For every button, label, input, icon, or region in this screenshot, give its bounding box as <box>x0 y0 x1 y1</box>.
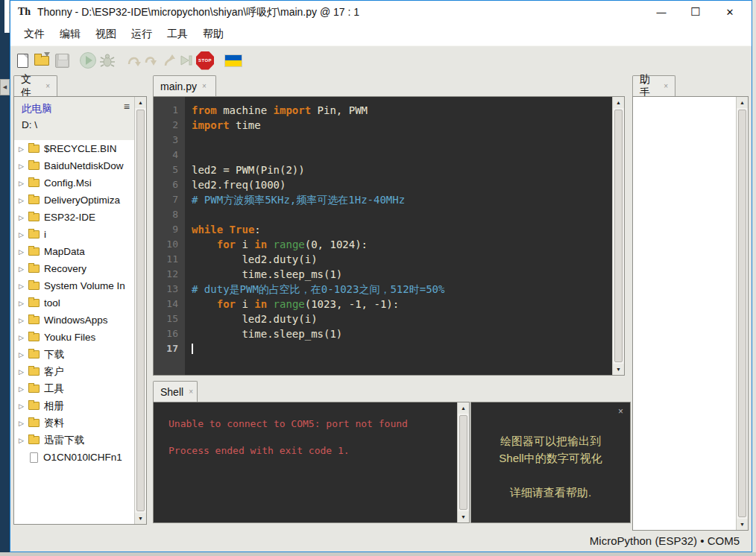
save-file-button[interactable] <box>53 51 71 69</box>
tree-item[interactable]: ▷WindowsApps <box>14 312 134 329</box>
expander-icon[interactable]: ▷ <box>19 231 28 238</box>
step-out-button[interactable] <box>160 51 178 69</box>
files-scrollbar[interactable]: ▲ ▼ <box>134 97 146 524</box>
code-line[interactable]: 1from machine import Pin, PWM <box>154 103 612 118</box>
code-line[interactable]: 11 led2.duty(i) <box>154 252 612 267</box>
open-file-button[interactable] <box>33 51 51 69</box>
expander-icon[interactable]: ▷ <box>19 197 28 204</box>
code-editor[interactable]: 1from machine import Pin, PWM2import tim… <box>154 97 612 375</box>
status-backend[interactable]: MicroPython (ESP32) • COM5 <box>590 531 740 551</box>
maximize-button[interactable]: ☐ <box>678 1 713 23</box>
tree-item[interactable]: ▷Youku Files <box>14 329 134 346</box>
code-line[interactable]: 14 for i in range(1023, -1, -1): <box>154 297 612 312</box>
minimize-button[interactable]: — <box>644 1 678 23</box>
tab-assistant[interactable]: 助手 × <box>632 75 675 96</box>
tab-files[interactable]: 文件 × <box>13 75 57 96</box>
code-line[interactable]: 16 time.sleep_ms(1) <box>154 326 612 341</box>
tab-close-icon[interactable]: × <box>664 82 668 90</box>
tree-item[interactable]: ▷Recovery <box>14 260 134 277</box>
editor-scrollbar[interactable]: ▲ ▼ <box>612 97 624 375</box>
code-line[interactable]: 2import time <box>154 118 612 133</box>
scrollbar-thumb[interactable] <box>136 110 145 511</box>
tree-item[interactable]: ▷i <box>14 226 134 243</box>
tree-item[interactable]: ▷客户 <box>14 363 134 380</box>
expander-icon[interactable]: ▷ <box>19 334 28 341</box>
run-script-button[interactable] <box>79 51 97 69</box>
scroll-up-icon[interactable]: ▲ <box>135 97 146 108</box>
shell-output[interactable]: Unable to connect to COM5: port not foun… <box>154 402 457 522</box>
scroll-down-icon[interactable]: ▼ <box>613 364 624 375</box>
code-line[interactable]: 9while True: <box>154 222 612 237</box>
tree-item[interactable]: ▷tool <box>14 294 134 312</box>
tree-item[interactable]: ▷Config.Msi <box>14 174 134 192</box>
code-line[interactable]: 5led2 = PWM(Pin(2)) <box>154 162 612 177</box>
scroll-down-icon[interactable]: ▼ <box>135 513 146 524</box>
menu-item-2[interactable]: 视图 <box>88 25 124 44</box>
expander-icon[interactable]: ▷ <box>19 162 28 170</box>
code-line[interactable]: 7# PWM方波频率5KHz,频率可选在1Hz-40MHz <box>154 192 612 207</box>
tree-item[interactable]: ▷工具 <box>14 380 134 397</box>
code-line[interactable]: 15 led2.duty(i) <box>154 312 612 326</box>
tab-close-icon[interactable]: × <box>202 82 207 90</box>
scroll-down-icon[interactable]: ▼ <box>737 519 748 530</box>
menu-item-1[interactable]: 编辑 <box>52 25 88 44</box>
code-line[interactable]: 10 for i in range(0, 1024): <box>154 237 612 252</box>
expander-icon[interactable]: ▷ <box>19 180 28 187</box>
tree-item[interactable]: ▷MapData <box>14 243 134 260</box>
title-bar[interactable]: Th Thonny - D:\ESP32-IDE\micropychon\shi… <box>10 1 752 23</box>
code-line[interactable]: 4 <box>154 148 612 162</box>
code-line[interactable]: 13# duty是PWM的占空比，在0-1023之间，512时=50% <box>154 282 612 297</box>
expander-icon[interactable]: ▷ <box>19 351 28 358</box>
menu-item-3[interactable]: 运行 <box>124 25 160 44</box>
menu-item-5[interactable]: 帮助 <box>195 25 231 44</box>
tree-item[interactable]: ▷System Volume In <box>14 277 134 294</box>
menu-item-0[interactable]: 文件 <box>16 25 52 44</box>
this-computer-link[interactable]: 此电脑 <box>22 102 52 116</box>
step-into-button[interactable] <box>142 51 160 69</box>
stop-restart-button[interactable]: STOP <box>196 51 214 69</box>
scroll-up-icon[interactable]: ▲ <box>458 402 469 414</box>
new-file-button[interactable] <box>13 51 31 69</box>
expander-icon[interactable]: ▷ <box>19 248 28 256</box>
tree-item[interactable]: ▷资料 <box>14 414 134 432</box>
tab-shell[interactable]: Shell × <box>153 381 198 402</box>
tree-item[interactable]: ▷DeliveryOptimiza <box>14 192 134 209</box>
scroll-up-icon[interactable]: ▲ <box>613 97 624 108</box>
tree-item[interactable]: ▷BaiduNetdiskDow <box>14 157 134 174</box>
scroll-down-icon[interactable]: ▼ <box>458 511 469 522</box>
expander-icon[interactable]: ▷ <box>19 300 28 307</box>
scrollbar-thumb[interactable] <box>459 415 467 510</box>
shell-scrollbar[interactable]: ▲ ▼ <box>457 402 469 522</box>
step-over-button[interactable] <box>125 51 143 69</box>
scrollbar-thumb[interactable] <box>738 110 746 517</box>
tree-item[interactable]: ▷迅雷下载 <box>14 432 134 449</box>
resume-button[interactable] <box>177 51 195 69</box>
menu-item-4[interactable]: 工具 <box>160 25 195 44</box>
tree-item[interactable]: ▷相册 <box>14 397 134 414</box>
support-ukraine-button[interactable] <box>224 51 242 69</box>
assistant-scrollbar[interactable]: ▲ ▼ <box>736 97 748 530</box>
expander-icon[interactable]: ▷ <box>19 145 28 153</box>
tree-item[interactable]: ▷下载 <box>14 346 134 363</box>
code-line[interactable]: 8 <box>154 207 612 222</box>
expander-icon[interactable]: ▷ <box>19 385 28 393</box>
expander-icon[interactable]: ▷ <box>19 368 28 376</box>
tree-item[interactable]: ▷ESP32-IDE <box>14 209 134 226</box>
background-collapse-tab[interactable]: ◀ <box>0 79 10 95</box>
code-line[interactable]: 6led2.freq(1000) <box>154 177 612 192</box>
code-line[interactable]: 17 <box>154 341 612 356</box>
current-path[interactable]: D: \ <box>22 119 37 130</box>
tab-main-py[interactable]: main.py × <box>153 75 216 96</box>
scrollbar-thumb[interactable] <box>614 110 623 362</box>
tree-item[interactable]: ▷$RECYCLE.BIN <box>14 140 134 157</box>
plotter-close-icon[interactable]: × <box>618 406 623 417</box>
debug-script-button[interactable] <box>98 51 116 69</box>
code-line[interactable]: 3 <box>154 133 612 148</box>
expander-icon[interactable]: ▷ <box>19 402 28 410</box>
tab-close-icon[interactable]: × <box>189 388 193 396</box>
expander-icon[interactable]: ▷ <box>19 265 28 273</box>
scroll-up-icon[interactable]: ▲ <box>737 97 748 108</box>
tab-close-icon[interactable]: × <box>45 82 50 90</box>
files-menu-icon[interactable]: ≡ <box>124 101 130 113</box>
expander-icon[interactable]: ▷ <box>19 317 28 324</box>
